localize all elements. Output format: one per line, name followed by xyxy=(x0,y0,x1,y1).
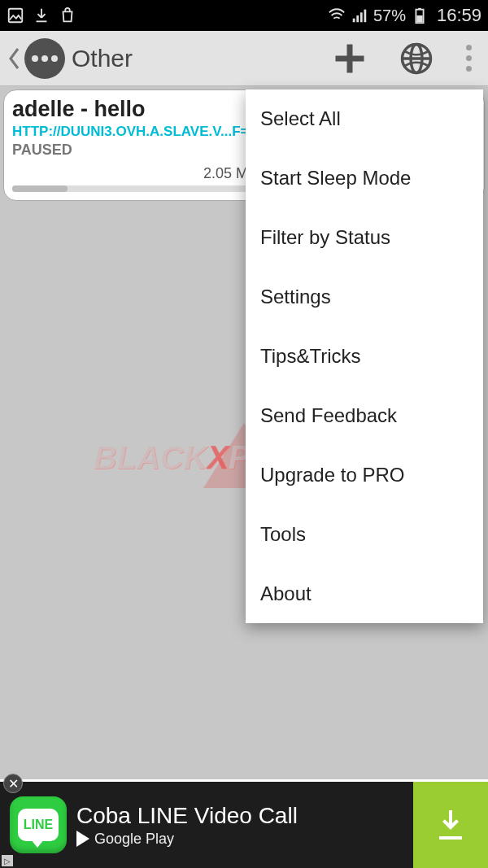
svg-rect-0 xyxy=(9,9,23,23)
menu-about[interactable]: About xyxy=(246,565,483,623)
add-button[interactable] xyxy=(333,41,367,76)
browser-button[interactable] xyxy=(399,41,434,76)
battery-icon xyxy=(411,7,429,24)
svg-rect-7 xyxy=(418,8,421,10)
google-play-label: Google Play xyxy=(76,831,413,848)
category-circle-icon[interactable] xyxy=(24,38,65,79)
menu-tips-tricks[interactable]: Tips&Tricks xyxy=(246,327,483,386)
back-chevron-icon[interactable] xyxy=(5,42,24,75)
menu-tools[interactable]: Tools xyxy=(246,505,483,565)
svg-rect-9 xyxy=(336,55,364,61)
svg-rect-4 xyxy=(364,10,366,23)
menu-filter-by-status[interactable]: Filter by Status xyxy=(246,208,483,268)
svg-rect-6 xyxy=(416,15,422,22)
overflow-menu: Select All Start Sleep Mode Filter by St… xyxy=(246,89,483,623)
ad-close-button[interactable]: ✕ xyxy=(3,774,23,793)
image-icon xyxy=(7,7,24,24)
signal-icon xyxy=(351,7,368,24)
menu-send-feedback[interactable]: Send Feedback xyxy=(246,386,483,446)
overflow-menu-button[interactable] xyxy=(466,45,472,72)
svg-rect-1 xyxy=(353,19,355,23)
clock: 16:59 xyxy=(437,5,481,26)
content-area: adelle - hello HTTP://DUUNI3.OVH.A.SLAVE… xyxy=(0,89,488,822)
line-app-icon: LINE xyxy=(10,796,67,853)
android-status-bar: 57% 16:59 xyxy=(0,0,488,31)
ad-title: Coba LINE Video Call xyxy=(76,803,413,829)
menu-start-sleep-mode[interactable]: Start Sleep Mode xyxy=(246,149,483,208)
ad-banner[interactable]: ✕ LINE Coba LINE Video Call Google Play … xyxy=(0,782,488,868)
svg-rect-3 xyxy=(360,12,363,22)
menu-settings[interactable]: Settings xyxy=(246,268,483,327)
menu-select-all[interactable]: Select All xyxy=(246,89,483,149)
ad-download-button[interactable] xyxy=(413,782,488,868)
app-toolbar: Other xyxy=(0,31,488,86)
svg-rect-2 xyxy=(356,15,359,22)
menu-upgrade-to-pro[interactable]: Upgrade to PRO xyxy=(246,446,483,505)
download-notification-icon xyxy=(33,7,50,24)
google-play-icon xyxy=(76,831,89,847)
shopping-bag-icon xyxy=(59,7,76,24)
battery-percent: 57% xyxy=(373,7,406,25)
wifi-icon xyxy=(328,7,346,24)
app-bar-title: Other xyxy=(72,45,333,72)
adchoices-icon[interactable]: ▷ xyxy=(2,855,13,866)
